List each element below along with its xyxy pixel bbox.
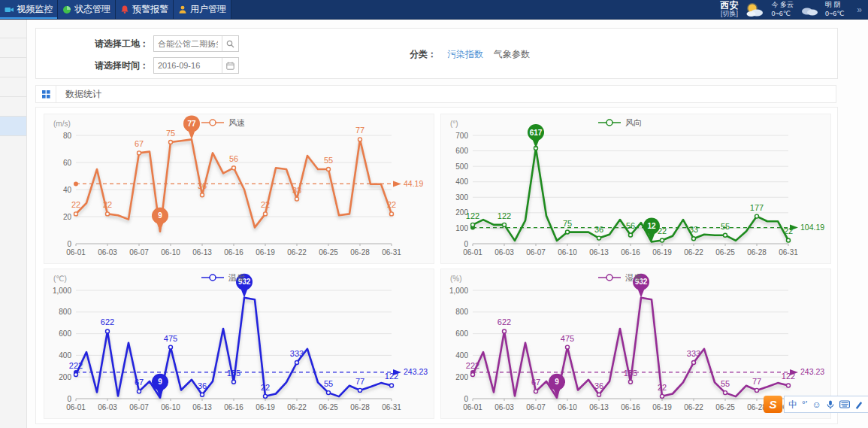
- svg-text:36: 36: [594, 381, 603, 390]
- svg-text:06-22: 06-22: [684, 403, 703, 411]
- svg-text:20: 20: [63, 213, 72, 221]
- svg-text:56: 56: [626, 221, 635, 230]
- sidebar-item[interactable]: [0, 97, 26, 117]
- nav-item-warning-alarm[interactable]: 预警报警: [116, 0, 174, 19]
- weather-today-temp: 0~6℃: [771, 10, 794, 19]
- weather-tomorrow-temp: 0~6℃: [825, 10, 844, 19]
- sidebar-item[interactable]: [0, 58, 26, 77]
- svg-text:06-07: 06-07: [526, 248, 546, 256]
- svg-text:06-25: 06-25: [715, 403, 735, 411]
- city-switch-link[interactable]: [切换]: [720, 11, 738, 18]
- svg-text:0: 0: [67, 395, 71, 403]
- svg-text:0: 0: [464, 395, 468, 403]
- svg-text:风速: 风速: [228, 118, 245, 127]
- svg-text:06-01: 06-01: [463, 248, 482, 256]
- data-statistics-header: 数据统计: [35, 85, 836, 103]
- svg-text:500: 500: [455, 162, 468, 171]
- ime-emoji-button[interactable]: ☺: [812, 400, 821, 409]
- ime-voice-button[interactable]: [826, 399, 835, 410]
- site-input[interactable]: [154, 39, 222, 48]
- weather-tomorrow: 明 阴 0~6℃: [825, 1, 844, 18]
- site-search-button[interactable]: [222, 36, 238, 51]
- svg-text:400: 400: [455, 178, 468, 186]
- date-input[interactable]: [154, 61, 222, 70]
- top-navbar: 视频监控 状态管理 预警报警 用户管理 西安 [切换] 今 多云 0~6℃ 明 …: [0, 0, 868, 20]
- svg-text:177: 177: [750, 203, 764, 212]
- svg-text:122: 122: [782, 372, 795, 381]
- svg-text:温度: 温度: [228, 273, 245, 282]
- sidebar-item[interactable]: [0, 38, 26, 58]
- svg-text:200: 200: [59, 373, 71, 381]
- nav-item-video-monitor[interactable]: 视频监控: [0, 0, 58, 19]
- category-weather-params[interactable]: 气象参数: [494, 48, 530, 61]
- svg-text:06-07: 06-07: [129, 403, 149, 411]
- svg-text:36: 36: [594, 225, 603, 234]
- svg-text:06-19: 06-19: [652, 248, 672, 256]
- weather-tomorrow-desc: 阴: [833, 1, 840, 8]
- svg-text:80: 80: [63, 132, 72, 140]
- sidebar-item[interactable]: [0, 19, 26, 38]
- svg-text:12: 12: [647, 222, 656, 230]
- filter-panel: 请选择工地： 请选择时间： 分类： 污染指数 气象参数: [35, 28, 838, 79]
- wind-speed-chart: 02040608006-0106-0306-0706-1006-1306-160…: [44, 114, 434, 263]
- svg-text:06-03: 06-03: [494, 248, 514, 256]
- svg-text:33: 33: [689, 225, 698, 234]
- nav-item-label: 状态管理: [74, 3, 110, 16]
- svg-text:9: 9: [555, 378, 559, 386]
- sogou-logo[interactable]: S: [764, 396, 782, 413]
- search-icon: [226, 40, 234, 48]
- svg-text:155: 155: [624, 369, 637, 378]
- more-weather-link[interactable]: »: [857, 5, 862, 15]
- svg-text:06-10: 06-10: [161, 403, 180, 411]
- svg-text:06-22: 06-22: [287, 248, 307, 256]
- svg-text:475: 475: [561, 334, 574, 343]
- ime-chinese-mode-button[interactable]: 中: [788, 400, 797, 409]
- weather-today: 今 多云 0~6℃: [771, 1, 794, 18]
- nav-item-label: 用户管理: [190, 3, 226, 16]
- svg-text:06-25: 06-25: [319, 248, 338, 256]
- svg-text:55: 55: [721, 379, 730, 388]
- microphone-icon: [826, 399, 835, 410]
- grid-icon-cell: [36, 86, 56, 102]
- svg-text:55: 55: [324, 156, 333, 165]
- user-icon: [178, 5, 187, 14]
- svg-text:800: 800: [59, 308, 71, 316]
- weather-today-day: 今: [771, 1, 778, 8]
- svg-text:56: 56: [229, 154, 238, 163]
- svg-text:22: 22: [261, 200, 270, 209]
- nav-item-label: 视频监控: [17, 3, 53, 16]
- ime-punctuation-button[interactable]: °’: [802, 400, 807, 409]
- svg-text:9: 9: [158, 211, 162, 220]
- svg-text:22: 22: [71, 200, 80, 209]
- svg-text:1,000: 1,000: [449, 287, 468, 295]
- nav-item-user-manage[interactable]: 用户管理: [174, 0, 231, 19]
- city-selector: 西安 [切换]: [720, 1, 738, 18]
- sidebar-item[interactable]: [0, 77, 26, 97]
- svg-text:06-10: 06-10: [558, 248, 577, 256]
- ime-handwriting-button[interactable]: [854, 400, 863, 409]
- svg-text:55: 55: [721, 222, 730, 231]
- svg-text:122: 122: [498, 211, 511, 220]
- svg-text:06-16: 06-16: [224, 403, 243, 411]
- category-label: 分类：: [410, 48, 437, 61]
- svg-text:104.19: 104.19: [800, 223, 824, 232]
- svg-text:44.19: 44.19: [404, 179, 423, 188]
- svg-text:06-19: 06-19: [256, 248, 275, 256]
- svg-text:06-19: 06-19: [256, 403, 275, 411]
- ime-keyboard-button[interactable]: [839, 400, 850, 408]
- svg-text:22: 22: [784, 226, 793, 235]
- svg-text:622: 622: [498, 317, 511, 326]
- svg-text:243.23: 243.23: [404, 367, 428, 376]
- svg-text:06-13: 06-13: [192, 403, 212, 411]
- svg-text:155: 155: [227, 369, 240, 378]
- svg-text:06-25: 06-25: [319, 403, 338, 411]
- category-pollution-index[interactable]: 污染指数: [447, 48, 483, 61]
- nav-item-status-manage[interactable]: 状态管理: [58, 0, 116, 19]
- svg-text:06-22: 06-22: [684, 248, 703, 256]
- svg-text:06-31: 06-31: [382, 248, 401, 256]
- time-select-label: 请选择时间：: [36, 59, 149, 72]
- site-select-label: 请选择工地：: [36, 38, 149, 50]
- temperature-chart: 02004006008001,00006-0106-0306-0706-1006…: [44, 269, 434, 418]
- date-picker-button[interactable]: [222, 58, 238, 73]
- sidebar-item-active[interactable]: [0, 117, 26, 136]
